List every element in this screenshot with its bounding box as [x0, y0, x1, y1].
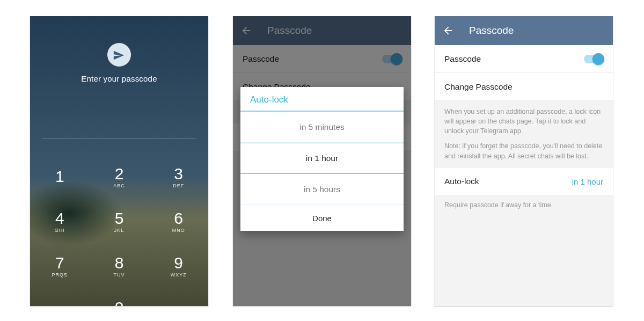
lock-prompt: Enter your passcode: [30, 74, 208, 83]
desc-line-2: Note: if you forget the passcode, you'll…: [444, 141, 603, 160]
key-9[interactable]: 9WXYZ: [149, 244, 208, 288]
key-7[interactable]: 7PRQS: [30, 244, 90, 288]
back-arrow-icon[interactable]: [442, 25, 454, 37]
screen-passcode-settings-dialog: Passcode Passcode Change Passcode … Auto…: [233, 16, 411, 306]
row-change-passcode[interactable]: Change Passcode: [435, 73, 613, 101]
passcode-input-underline: [42, 138, 196, 139]
header-title: Passcode: [469, 25, 514, 37]
row-label: Passcode: [444, 54, 481, 64]
row-label: Auto-lock: [444, 177, 479, 186]
dialog-done-button[interactable]: Done: [240, 205, 404, 231]
numeric-keypad: 1 2ABC 3DEF 4GHI 5JKL 6MNO 7PRQS 8TUV 9W…: [30, 155, 208, 306]
key-blank: [30, 288, 90, 306]
screen-passcode-settings: Passcode Passcode Change Passcode When y…: [435, 16, 613, 306]
passcode-description: When you set up an additional passcode, …: [435, 101, 613, 168]
row-autolock[interactable]: Auto-lock in 1 hour: [435, 168, 613, 196]
key-6[interactable]: 6MNO: [149, 199, 208, 244]
key-4[interactable]: 4GHI: [30, 199, 90, 244]
key-5[interactable]: 5JKL: [90, 199, 149, 244]
desc-line-1: When you set up an additional passcode, …: [444, 107, 603, 136]
key-2[interactable]: 2ABC: [90, 155, 149, 199]
key-backspace[interactable]: [149, 288, 208, 306]
key-0[interactable]: 0+: [90, 288, 149, 306]
dialog-title: Auto-lock: [240, 87, 404, 112]
autolock-current-value: in 1 hour: [572, 177, 603, 186]
autolock-option-5hours[interactable]: in 5 hours: [240, 174, 404, 205]
passcode-toggle-on[interactable]: [584, 55, 603, 63]
header: Passcode: [435, 16, 613, 45]
screen-lock-passcode: Enter your passcode 1 2ABC 3DEF 4GHI 5JK…: [30, 16, 208, 306]
telegram-logo-icon: [107, 43, 131, 67]
autolock-dialog: Auto-lock in 5 minutes in 1 hour in 5 ho…: [240, 87, 404, 231]
autolock-option-1hour[interactable]: in 1 hour: [240, 143, 404, 174]
row-passcode-toggle[interactable]: Passcode: [435, 45, 613, 73]
row-label: Change Passcode: [444, 82, 513, 92]
key-3[interactable]: 3DEF: [149, 155, 208, 199]
key-1[interactable]: 1: [30, 155, 90, 199]
autolock-description: Require passcode if away for a time.: [435, 196, 613, 214]
key-8[interactable]: 8TUV: [90, 244, 149, 288]
autolock-option-5min[interactable]: in 5 minutes: [240, 112, 404, 143]
